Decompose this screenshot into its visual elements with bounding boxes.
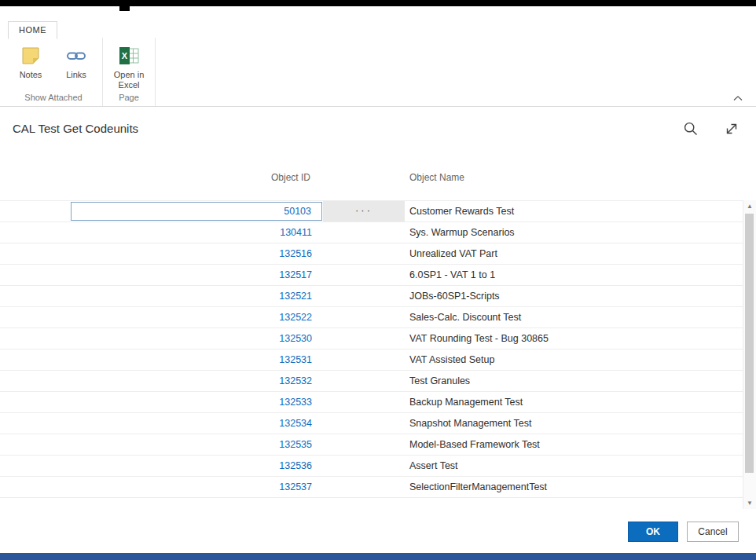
table-row[interactable]: 132533Backup Management Test <box>0 392 743 413</box>
ribbon: Notes Links Show Attached <box>0 38 756 107</box>
expand-diagonal-icon <box>724 121 739 140</box>
table-row[interactable]: 50103···Customer Rewards Test <box>0 201 743 222</box>
excel-icon: X <box>119 44 140 68</box>
table-row[interactable]: 132530VAT Rounding Test - Bug 30865 <box>0 328 743 350</box>
table-row[interactable]: 132532Test Granules <box>0 371 743 392</box>
page-header: CAL Test Get Codeunits <box>0 115 756 145</box>
assist-edit-button[interactable]: ··· <box>323 201 405 221</box>
column-header-object-id[interactable]: Object ID <box>0 172 310 183</box>
object-id-link[interactable]: 132534 <box>0 413 312 434</box>
table-row[interactable]: 130411Sys. Warmup Scenarios <box>0 222 743 243</box>
object-name-cell[interactable]: 6.0SP1 - VAT 1 to 1 <box>409 265 495 285</box>
ribbon-group-show-attached: Notes Links Show Attached <box>5 38 103 106</box>
search-button[interactable] <box>682 122 699 139</box>
open-in-excel-button[interactable]: X Open in Excel <box>109 44 149 90</box>
dialog-window: HOME Notes <box>0 0 756 560</box>
object-name-cell[interactable]: Customer Rewards Test <box>409 201 514 221</box>
expand-button[interactable] <box>723 122 740 139</box>
table-row[interactable]: 132522Sales-Calc. Discount Test <box>0 307 743 328</box>
object-id-link[interactable]: 132531 <box>0 350 312 370</box>
window-title-bar-notch <box>119 6 130 11</box>
notes-button-label: Notes <box>20 70 42 80</box>
object-id-link[interactable]: 132536 <box>0 456 312 476</box>
vertical-scrollbar[interactable]: ▲ ▼ <box>743 200 756 509</box>
scrollbar-thumb[interactable] <box>745 214 754 473</box>
page-title: CAL Test Get Codeunits <box>13 122 138 135</box>
object-id-link[interactable]: 132516 <box>0 243 312 264</box>
ribbon-tab-row: HOME <box>8 21 57 39</box>
scroll-down-arrow-icon[interactable]: ▼ <box>743 497 756 509</box>
scroll-up-arrow-icon[interactable]: ▲ <box>743 200 756 212</box>
window-title-bar <box>0 0 756 6</box>
object-name-cell[interactable]: Unrealized VAT Part <box>409 243 497 264</box>
object-name-cell[interactable]: Sys. Warmup Scenarios <box>409 222 515 243</box>
table-row[interactable]: 132521JOBs-60SP1-Scripts <box>0 286 743 307</box>
table-row[interactable]: 1325176.0SP1 - VAT 1 to 1 <box>0 265 743 286</box>
notes-button[interactable]: Notes <box>11 44 50 80</box>
object-id-link[interactable]: 132522 <box>0 307 312 328</box>
object-name-cell[interactable]: Model-Based Framework Test <box>409 434 540 455</box>
table-row[interactable]: 132531VAT Assisted Setup <box>0 350 743 371</box>
object-name-cell[interactable]: JOBs-60SP1-Scripts <box>409 286 500 306</box>
object-id-input[interactable]: 50103 <box>71 202 322 221</box>
column-header-object-name[interactable]: Object Name <box>409 172 464 183</box>
tab-home[interactable]: HOME <box>8 21 57 39</box>
object-id-link[interactable]: 132537 <box>0 477 312 497</box>
ribbon-group-page: X Open in Excel Page <box>103 38 156 106</box>
table-row[interactable]: 132516Unrealized VAT Part <box>0 243 743 265</box>
object-name-cell[interactable]: VAT Assisted Setup <box>409 350 494 370</box>
svg-text:X: X <box>121 51 127 60</box>
window-bottom-border <box>0 553 756 560</box>
table-row[interactable]: 132534Snapshot Management Test <box>0 413 743 434</box>
column-header-row: Object ID Object Name <box>0 172 743 186</box>
links-button-label: Links <box>66 70 86 80</box>
ribbon-group-label: Show Attached <box>11 90 96 104</box>
table-row[interactable]: 132537SelectionFilterManagementTest <box>0 477 743 498</box>
collapse-ribbon-button[interactable] <box>732 91 745 101</box>
object-id-link[interactable]: 132517 <box>0 265 312 285</box>
link-icon <box>66 44 86 68</box>
object-id-link[interactable]: 132532 <box>0 371 312 391</box>
object-name-cell[interactable]: VAT Rounding Test - Bug 30865 <box>409 328 549 349</box>
table-row[interactable]: 132536Assert Test <box>0 456 743 477</box>
ok-button[interactable]: OK <box>628 522 678 542</box>
object-id-link[interactable]: 132521 <box>0 286 312 306</box>
open-in-excel-button-label: Open in Excel <box>109 70 149 90</box>
object-name-cell[interactable]: Sales-Calc. Discount Test <box>409 307 521 328</box>
ribbon-group-label: Page <box>109 90 149 104</box>
object-name-cell[interactable]: Snapshot Management Test <box>409 413 531 434</box>
object-name-cell[interactable]: Assert Test <box>409 456 458 476</box>
object-name-cell[interactable]: SelectionFilterManagementTest <box>409 477 547 497</box>
table-body: 50103···Customer Rewards Test130411Sys. … <box>0 200 743 498</box>
search-icon <box>683 121 699 140</box>
object-id-link[interactable]: 132530 <box>0 328 312 349</box>
cancel-button[interactable]: Cancel <box>687 522 739 542</box>
chevron-up-icon <box>732 91 743 104</box>
table-row[interactable]: 132535Model-Based Framework Test <box>0 434 743 456</box>
object-id-link[interactable]: 130411 <box>0 222 312 243</box>
object-id-link[interactable]: 132533 <box>0 392 312 412</box>
object-name-cell[interactable]: Test Granules <box>409 371 470 391</box>
note-icon <box>20 44 41 68</box>
object-id-link[interactable]: 132535 <box>0 434 312 455</box>
links-button[interactable]: Links <box>57 44 96 80</box>
object-name-cell[interactable]: Backup Management Test <box>409 392 523 412</box>
